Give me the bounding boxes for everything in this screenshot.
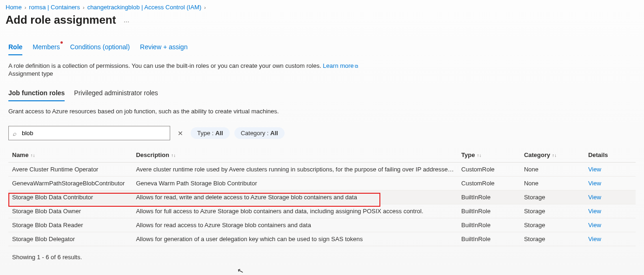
col-header-type[interactable]: Type↑↓ (458, 148, 520, 163)
col-header-category[interactable]: Category↑↓ (520, 148, 584, 163)
cell-description: Geneva Warm Path Storage Blob Contributo… (132, 177, 458, 190)
view-link[interactable]: View (588, 236, 601, 242)
results-count: Showing 1 - 6 of 6 results. (8, 246, 636, 268)
table-row[interactable]: Storage Blob DelegatorAllows for generat… (8, 232, 636, 246)
cell-type: BuiltInRole (458, 204, 520, 218)
cell-name: GenevaWarmPathStorageBlobContributor (8, 177, 132, 190)
chevron-right-icon: › (25, 5, 27, 10)
tab-members-label: Members (33, 43, 60, 51)
cell-name: Avere Cluster Runtime Operator (8, 163, 132, 177)
grant-description: Grant access to Azure resources based on… (8, 108, 636, 115)
tab-review[interactable]: Review + assign (140, 40, 187, 55)
required-dot-icon (60, 41, 63, 44)
cell-category: Storage (520, 204, 584, 218)
breadcrumb-iam[interactable]: changetrackingblob | Access Control (IAM… (87, 4, 201, 11)
view-link[interactable]: View (588, 180, 601, 187)
more-button[interactable]: … (123, 17, 130, 24)
category-filter[interactable]: Category : All (234, 127, 285, 139)
cell-details: View (584, 163, 636, 177)
table-row[interactable]: Storage Blob Data OwnerAllows for full a… (8, 204, 636, 218)
table-row[interactable]: Storage Blob Data ContributorAllows for … (8, 190, 636, 204)
subtab-privileged[interactable]: Privileged administrator roles (74, 86, 158, 101)
tab-review-label: Review + assign (140, 43, 187, 51)
view-link[interactable]: View (588, 222, 601, 229)
table-row[interactable]: Storage Blob Data ReaderAllows for read … (8, 218, 636, 232)
role-description: A role definition is a collection of per… (8, 62, 636, 69)
view-link[interactable]: View (588, 208, 601, 215)
breadcrumb: Home › romsa | Containers › changetracki… (0, 0, 644, 13)
tab-members[interactable]: Members (33, 40, 60, 55)
search-input[interactable] (8, 126, 170, 140)
search-icon: ⌕ (13, 130, 16, 137)
cell-type: BuiltInRole (458, 232, 520, 246)
chevron-right-icon: › (204, 5, 206, 10)
tab-role-label: Role (8, 43, 22, 51)
cell-description: Allows for read, write and delete access… (132, 190, 458, 204)
tab-conditions[interactable]: Conditions (optional) (70, 40, 130, 55)
assignment-type-label: Assignment type (8, 70, 636, 77)
chevron-right-icon: › (83, 5, 85, 10)
sort-icon: ↑↓ (171, 153, 176, 158)
sort-icon: ↑↓ (477, 153, 481, 158)
cell-name: Storage Blob Data Owner (8, 204, 132, 218)
cell-category: None (520, 163, 584, 177)
role-subtabs: Job function roles Privileged administra… (8, 86, 636, 101)
cell-description: Allows for read access to Azure Storage … (132, 218, 458, 232)
title-row: Add role assignment … (0, 13, 644, 31)
cell-name: Storage Blob Data Contributor (8, 190, 132, 204)
cell-type: BuiltInRole (458, 218, 520, 232)
cell-description: Allows for generation of a user delegati… (132, 232, 458, 246)
tab-role[interactable]: Role (8, 40, 22, 55)
filter-row: ⌕ ✕ Type : All Category : All (8, 126, 636, 140)
learn-more-link[interactable]: Learn more (323, 62, 353, 69)
cell-details: View (584, 218, 636, 232)
sort-icon: ↑↓ (552, 153, 557, 158)
cell-description: Avere cluster runtime role used by Avere… (132, 163, 458, 177)
main-tabs: Role Members Conditions (optional) Revie… (8, 40, 636, 56)
cell-category: Storage (520, 232, 584, 246)
col-header-description[interactable]: Description↑↓ (132, 148, 458, 163)
cell-type: CustomRole (458, 163, 520, 177)
clear-search-button[interactable]: ✕ (175, 130, 186, 137)
type-filter[interactable]: Type : All (191, 127, 230, 139)
external-link-icon: ⧉ (355, 64, 358, 69)
cell-details: View (584, 204, 636, 218)
cell-type: BuiltInRole (458, 190, 520, 204)
sort-icon: ↑↓ (30, 153, 35, 158)
view-link[interactable]: View (588, 166, 601, 173)
table-row[interactable]: GenevaWarmPathStorageBlobContributorGene… (8, 177, 636, 190)
col-header-name[interactable]: Name↑↓ (8, 148, 132, 163)
cell-description: Allows for full access to Azure Storage … (132, 204, 458, 218)
cell-details: View (584, 232, 636, 246)
breadcrumb-home[interactable]: Home (6, 4, 22, 11)
view-link[interactable]: View (588, 194, 601, 201)
cell-name: Storage Blob Delegator (8, 232, 132, 246)
subtab-job-function[interactable]: Job function roles (8, 86, 65, 101)
col-header-details: Details (584, 148, 636, 163)
page-title: Add role assignment (6, 13, 116, 26)
cell-name: Storage Blob Data Reader (8, 218, 132, 232)
breadcrumb-containers[interactable]: romsa | Containers (29, 4, 80, 11)
table-row[interactable]: Avere Cluster Runtime OperatorAvere clus… (8, 163, 636, 177)
cell-category: Storage (520, 218, 584, 232)
tab-conditions-label: Conditions (optional) (70, 43, 130, 51)
cell-details: View (584, 190, 636, 204)
cell-category: Storage (520, 190, 584, 204)
cell-type: CustomRole (458, 177, 520, 190)
cell-details: View (584, 177, 636, 190)
roles-table: Name↑↓ Description↑↓ Type↑↓ Category↑↓ D… (8, 148, 636, 246)
cell-category: None (520, 177, 584, 190)
